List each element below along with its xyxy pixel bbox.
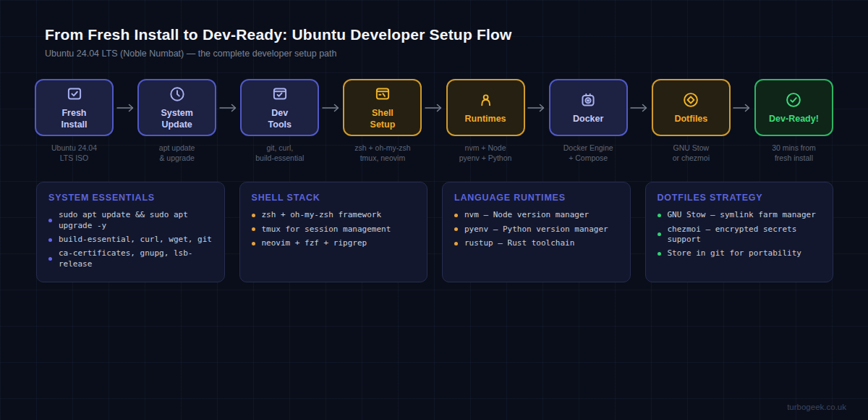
info-cards: SYSTEM ESSENTIALS sudo apt update && sud…	[36, 182, 833, 282]
flow-step-caption: Ubuntu 24.04 LTS ISO	[51, 143, 97, 163]
list-item: sudo apt update && sudo apt upgrade -y	[48, 210, 213, 231]
bullet-dot-icon	[48, 257, 52, 261]
bullet-dot-icon	[454, 242, 458, 245]
bullet-dot-icon	[658, 214, 661, 217]
container-icon	[579, 91, 597, 109]
flow-box-runtimes: Runtimes	[446, 79, 525, 136]
flow-arrow-icon	[525, 79, 549, 136]
card-title: SYSTEM ESSENTIALS	[48, 193, 213, 203]
list-item: Store in git for portability	[658, 248, 822, 259]
page-subtitle: Ubuntu 24.04 LTS (Noble Numbat) — the co…	[45, 49, 823, 59]
flow-step-caption: 30 mins from fresh install	[772, 143, 816, 163]
bullet-dot-icon	[48, 238, 52, 242]
flow-step-label: Docker	[573, 114, 603, 125]
flow-box-shell-setup: Shell Setup	[343, 79, 422, 136]
flow-step-label: System Update	[161, 108, 192, 130]
list-item-text: chezmoi — encrypted secrets support	[668, 224, 822, 245]
list-item-text: sudo apt update && sudo apt upgrade -y	[59, 210, 213, 231]
list-item: pyenv — Python version manager	[454, 224, 618, 235]
flow-step-caption: apt update & upgrade	[159, 143, 195, 163]
bullet-dot-icon	[454, 214, 458, 217]
flow-step-runtimes: Runtimes nvm + Node pyenv + Python	[446, 79, 525, 163]
list-item-text: nvm — Node version manager	[464, 210, 589, 220]
list-item: zsh + oh-my-zsh framework	[252, 210, 416, 220]
terminal-icon	[373, 85, 392, 104]
bullet-dot-icon	[252, 227, 255, 231]
flow-step-shell-setup: Shell Setup zsh + oh-my-zsh tmux, neovim	[343, 79, 422, 163]
list-item: build-essential, curl, wget, git	[48, 235, 213, 245]
flow-box-dotfiles: Dotfiles	[652, 79, 731, 136]
checkbox-icon	[65, 85, 84, 104]
card-system-essentials: SYSTEM ESSENTIALS sudo apt update && sud…	[36, 182, 225, 282]
list-item: tmux for session management	[252, 224, 416, 235]
flow-step-caption: nvm + Node pyenv + Python	[459, 143, 512, 163]
bullet-dot-icon	[252, 214, 255, 217]
flow-box-dev-ready: Dev-Ready!	[754, 79, 833, 136]
list-item-text: ca-certificates, gnupg, lsb-release	[59, 248, 213, 269]
flow-step-label: Fresh Install	[61, 108, 87, 130]
bullet-dot-icon	[454, 227, 458, 231]
bullet-dot-icon	[658, 252, 661, 256]
flow-step-label: Dev-Ready!	[769, 114, 819, 125]
card-dotfiles-strategy: DOTFILES STRATEGY GNU Stow — symlink far…	[645, 182, 834, 282]
list-item: ca-certificates, gnupg, lsb-release	[48, 248, 213, 269]
check-circle-icon	[784, 91, 803, 109]
flow-step-caption: GNU Stow or chezmoi	[673, 143, 710, 163]
watermark: turbogeek.co.uk	[787, 403, 846, 411]
page-title: From Fresh Install to Dev-Ready: Ubuntu …	[45, 26, 823, 43]
flow-arrow-icon	[422, 79, 446, 136]
list-item-text: GNU Stow — symlink farm manager	[668, 210, 816, 220]
list-item-text: rustup — Rust toolchain	[464, 238, 574, 248]
flow-step-label: Shell Setup	[370, 108, 396, 130]
flow-arrow-icon	[319, 79, 343, 136]
clock-icon	[168, 85, 187, 104]
flow-step-docker: Docker Docker Engine + Compose	[549, 79, 628, 163]
list-item: neovim + fzf + ripgrep	[252, 238, 416, 248]
flow-step-label: Dotfiles	[674, 114, 707, 125]
person-icon	[476, 91, 495, 109]
flow-arrow-icon	[628, 79, 652, 136]
list-item-text: build-essential, curl, wget, git	[59, 235, 212, 245]
flow-step-dev-ready: Dev-Ready! 30 mins from fresh install	[754, 79, 833, 163]
list-item-text: pyenv — Python version manager	[464, 224, 608, 235]
bullet-dot-icon	[48, 219, 52, 222]
flow-step-dev-tools: Dev Tools git, curl, build-essential	[240, 79, 319, 163]
window-check-icon	[271, 85, 289, 104]
flow-step-caption: git, curl, build-essential	[255, 143, 304, 163]
card-shell-stack: SHELL STACK zsh + oh-my-zsh framework tm…	[239, 182, 428, 282]
list-item-text: Store in git for portability	[668, 248, 801, 259]
list-item-text: tmux for session management	[262, 224, 391, 235]
flow-step-caption: Docker Engine + Compose	[563, 143, 613, 163]
setup-flow: Fresh Install Ubuntu 24.04 LTS ISO Syste…	[35, 79, 833, 163]
flow-step-system-update: System Update apt update & upgrade	[137, 79, 216, 163]
flow-step-label: Dev Tools	[268, 108, 292, 130]
flow-arrow-icon	[216, 79, 240, 136]
page-header: From Fresh Install to Dev-Ready: Ubuntu …	[0, 0, 868, 59]
flow-step-fresh-install: Fresh Install Ubuntu 24.04 LTS ISO	[35, 79, 114, 163]
list-item: rustup — Rust toolchain	[454, 238, 618, 248]
card-title: LANGUAGE RUNTIMES	[454, 193, 618, 203]
flow-step-label: Runtimes	[465, 114, 506, 125]
flow-box-docker: Docker	[549, 79, 628, 136]
flow-box-system-update: System Update	[137, 79, 216, 136]
flow-box-fresh-install: Fresh Install	[35, 79, 114, 136]
list-item-text: neovim + fzf + ripgrep	[262, 238, 367, 248]
flow-step-caption: zsh + oh-my-zsh tmux, neovim	[354, 143, 410, 163]
flow-arrow-icon	[114, 79, 137, 136]
list-item: nvm — Node version manager	[454, 210, 618, 220]
flow-step-dotfiles: Dotfiles GNU Stow or chezmoi	[652, 79, 731, 163]
card-title: DOTFILES STRATEGY	[658, 193, 822, 203]
bullet-dot-icon	[658, 232, 661, 236]
list-item: GNU Stow — symlink farm manager	[658, 210, 822, 220]
list-item: chezmoi — encrypted secrets support	[658, 224, 822, 245]
card-language-runtimes: LANGUAGE RUNTIMES nvm — Node version man…	[442, 182, 631, 282]
compass-icon	[681, 91, 700, 109]
card-title: SHELL STACK	[252, 193, 416, 203]
flow-box-dev-tools: Dev Tools	[240, 79, 319, 136]
list-item-text: zsh + oh-my-zsh framework	[262, 210, 382, 220]
bullet-dot-icon	[252, 242, 255, 245]
flow-arrow-icon	[731, 79, 754, 136]
